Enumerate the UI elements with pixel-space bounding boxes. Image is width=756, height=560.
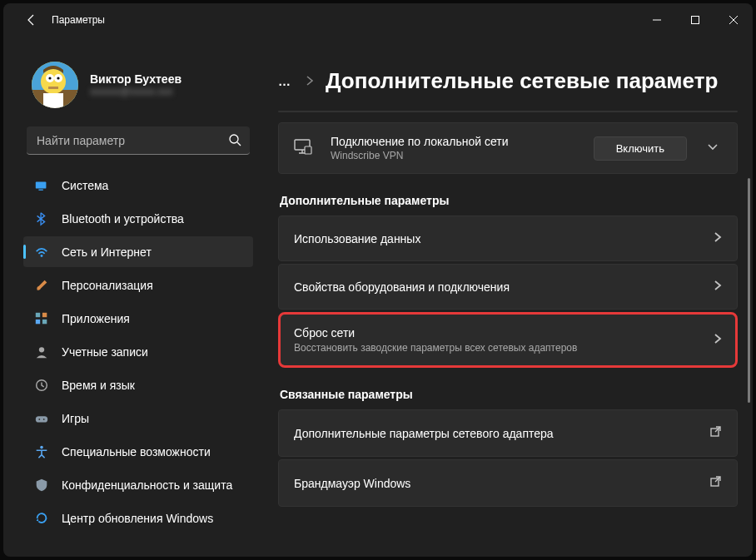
window-controls: [638, 7, 753, 33]
profile-email: xxxxxx@xxxxx.xxx: [90, 86, 182, 97]
sidebar-item-system[interactable]: Система: [23, 170, 253, 201]
sidebar-item-label: Сеть и Интернет: [62, 245, 152, 259]
window-title: Параметры: [52, 14, 105, 26]
row-title: Свойства оборудования и подключения: [294, 280, 714, 294]
bluetooth-icon: [33, 211, 50, 227]
svg-rect-18: [36, 319, 40, 323]
maximize-button[interactable]: [676, 7, 714, 33]
svg-rect-19: [42, 319, 47, 323]
scrollbar[interactable]: [747, 112, 750, 469]
sidebar-item-label: Центр обновления Windows: [62, 512, 213, 525]
svg-rect-17: [42, 312, 47, 316]
wifi-icon: [33, 244, 50, 260]
sidebar-item-label: Bluetooth и устройства: [62, 212, 184, 225]
svg-rect-1: [692, 17, 699, 24]
monitor-icon: [294, 137, 314, 159]
sidebar-item-label: Время и язык: [62, 379, 135, 392]
sidebar-item-label: Персонализация: [62, 279, 153, 292]
connection-subtitle: Windscribe VPN: [331, 150, 594, 161]
svg-point-23: [38, 419, 40, 420]
row-title: Дополнительные параметры сетевого адапте…: [294, 427, 709, 440]
sidebar-item-brush[interactable]: Персонализация: [23, 270, 253, 300]
close-button[interactable]: [714, 7, 753, 33]
close-icon: [729, 16, 738, 24]
body: Виктор Бухтеев xxxxxx@xxxxx.xxx СистемаB…: [3, 37, 753, 557]
svg-point-20: [39, 347, 44, 352]
svg-point-25: [40, 445, 43, 448]
svg-point-4: [41, 69, 66, 94]
row-text: Сброс сетиВосстановить заводские парамет…: [294, 326, 714, 354]
svg-rect-16: [36, 312, 40, 316]
minimize-icon: [653, 16, 661, 24]
nav-list: СистемаBluetooth и устройстваСеть и Инте…: [23, 170, 253, 536]
svg-rect-9: [48, 87, 58, 89]
search-input[interactable]: [27, 126, 250, 155]
row-text: Дополнительные параметры сетевого адапте…: [294, 427, 709, 440]
svg-rect-22: [36, 416, 47, 422]
row-text: Свойства оборудования и подключения: [294, 280, 714, 294]
settings-row[interactable]: Использование данных: [278, 216, 738, 261]
main-scroll[interactable]: … Дополнительные сетевые параметр Подклю…: [278, 37, 753, 557]
svg-point-24: [43, 419, 45, 420]
clock-icon: [33, 377, 50, 394]
apps-icon: [33, 310, 50, 327]
svg-line-12: [237, 142, 241, 146]
profile[interactable]: Виктор Бухтеев xxxxxx@xxxxx.xxx: [23, 37, 253, 126]
chevron-down-icon[interactable]: [695, 137, 722, 159]
connection-card[interactable]: Подключение по локальной сети Windscribe…: [278, 122, 738, 174]
svg-point-15: [41, 255, 43, 257]
sidebar-item-label: Приложения: [62, 312, 130, 325]
row-title: Сброс сети: [294, 326, 714, 339]
sidebar-item-clock[interactable]: Время и язык: [23, 369, 253, 400]
settings-row[interactable]: Брандмауэр Windows: [278, 459, 738, 507]
sidebar-item-accessibility[interactable]: Специальные возможности: [23, 436, 253, 467]
sidebar-item-games[interactable]: Игры: [23, 403, 253, 434]
titlebar: Параметры: [3, 3, 753, 37]
update-icon: [33, 510, 50, 527]
section-label: Связанные параметры: [280, 388, 738, 401]
row-text: Брандмауэр Windows: [294, 477, 709, 490]
settings-window: Параметры: [3, 3, 753, 557]
chevron-right-icon: [714, 231, 722, 245]
main: … Дополнительные сетевые параметр Подклю…: [261, 37, 753, 557]
chevron-right-icon: [714, 333, 722, 347]
section-label: Дополнительные параметры: [280, 194, 738, 207]
row-title: Брандмауэр Windows: [294, 477, 709, 490]
settings-row[interactable]: Сброс сетиВосстановить заводские парамет…: [278, 312, 738, 368]
page-title: Дополнительные сетевые параметр: [326, 68, 718, 94]
sidebar-item-label: Игры: [62, 412, 89, 425]
avatar: [32, 62, 78, 108]
brush-icon: [33, 277, 50, 294]
games-icon: [33, 410, 50, 427]
svg-rect-10: [43, 93, 63, 108]
back-button[interactable]: [18, 7, 45, 33]
profile-name: Виктор Бухтеев: [90, 72, 182, 86]
sidebar-item-update[interactable]: Центр обновления Windows: [23, 503, 253, 533]
sidebar-item-wifi[interactable]: Сеть и Интернет: [23, 236, 253, 267]
arrow-left-icon: [25, 13, 38, 27]
enable-button[interactable]: Включить: [594, 136, 687, 161]
breadcrumb-ellipsis[interactable]: …: [278, 74, 292, 88]
svg-rect-13: [36, 181, 47, 188]
svg-point-8: [57, 77, 59, 79]
sidebar-item-label: Учетные записи: [62, 345, 148, 359]
account-icon: [33, 344, 50, 360]
search-icon[interactable]: [228, 133, 241, 150]
chevron-right-icon: [306, 75, 314, 88]
sidebar: Виктор Бухтеев xxxxxx@xxxxx.xxx СистемаB…: [3, 37, 261, 557]
scrollbar-thumb[interactable]: [748, 178, 750, 403]
external-link-icon: [709, 475, 722, 491]
settings-row[interactable]: Свойства оборудования и подключения: [278, 264, 738, 310]
breadcrumb: … Дополнительные сетевые параметр: [278, 37, 738, 94]
minimize-button[interactable]: [638, 7, 676, 33]
svg-rect-29: [305, 146, 311, 154]
sidebar-item-shield[interactable]: Конфиденциальность и защита: [23, 469, 253, 500]
maximize-icon: [691, 16, 699, 24]
avatar-image: [32, 62, 78, 108]
sidebar-item-apps[interactable]: Приложения: [23, 303, 253, 334]
sidebar-item-label: Система: [62, 179, 108, 192]
row-title: Использование данных: [294, 232, 714, 245]
sidebar-item-bluetooth[interactable]: Bluetooth и устройства: [23, 203, 253, 234]
settings-row[interactable]: Дополнительные параметры сетевого адапте…: [278, 409, 738, 457]
sidebar-item-account[interactable]: Учетные записи: [23, 336, 253, 367]
